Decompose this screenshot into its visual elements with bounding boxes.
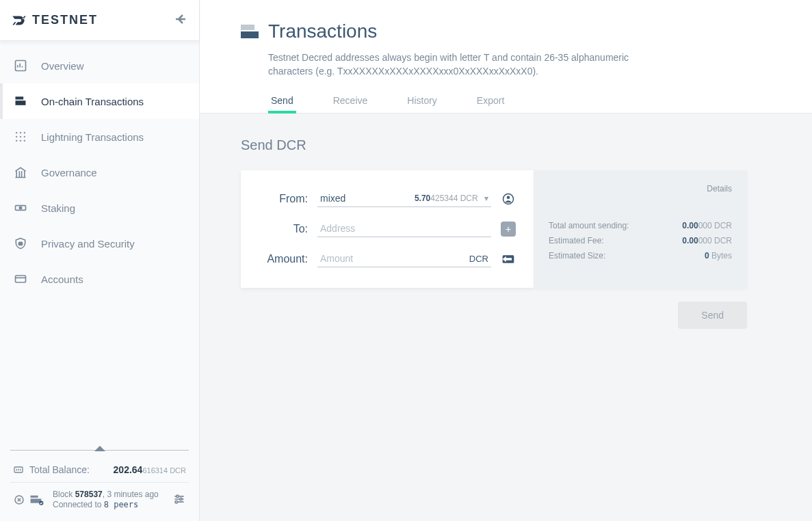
amount-row: Amount: DCR <box>259 244 516 274</box>
nav: Overview On-chain Transactions Lightning… <box>0 41 199 450</box>
tabs: Send Receive History Export <box>268 88 785 113</box>
logo: TESTNET <box>10 12 98 29</box>
sidebar-item-onchain-transactions[interactable]: On-chain Transactions <box>0 83 199 119</box>
user-circle-icon <box>502 193 514 205</box>
svg-point-5 <box>24 132 25 133</box>
tab-send[interactable]: Send <box>268 88 296 113</box>
svg-point-8 <box>24 136 25 137</box>
sidebar-item-label: Lightning Transactions <box>41 131 144 143</box>
from-account-select[interactable]: mixed 5.70425344 DCR ▾ <box>317 190 491 207</box>
sidebar-item-overview[interactable]: Overview <box>0 48 199 83</box>
overview-icon <box>12 57 29 74</box>
tab-history[interactable]: History <box>404 88 440 113</box>
amount-label: Amount: <box>259 253 308 265</box>
svg-point-3 <box>16 132 17 133</box>
svg-point-22 <box>180 498 182 500</box>
sidebar-item-privacy-security[interactable]: Privacy and Security <box>0 226 199 261</box>
send-all-button[interactable] <box>501 252 516 267</box>
sidebar-item-governance[interactable]: Governance <box>0 155 199 190</box>
send-button-row: Send <box>241 302 747 329</box>
send-content: Send DCR From: mixed 5.70425344 DCR ▾ <box>200 113 812 521</box>
status-row: Block 578537, 3 minutes ago Connected to… <box>10 483 189 511</box>
main-content: Transactions Testnet Decred addresses al… <box>200 0 812 521</box>
add-recipient-button[interactable]: + <box>501 222 516 237</box>
sidebar-item-label: On-chain Transactions <box>41 96 144 107</box>
sidebar-item-lightning-transactions[interactable]: Lightning Transactions <box>0 119 199 155</box>
tab-receive[interactable]: Receive <box>330 88 371 113</box>
shield-icon <box>12 235 29 252</box>
details-card: Details Total amount sending: 0.00000 DC… <box>534 170 747 288</box>
svg-rect-2 <box>16 101 26 105</box>
status-text: Block 578537, 3 minutes ago Connected to… <box>53 490 159 511</box>
svg-rect-1 <box>16 96 24 99</box>
to-label: To: <box>259 223 308 235</box>
balance-icon <box>13 464 24 475</box>
lightning-icon <box>12 129 29 145</box>
svg-point-23 <box>175 500 177 503</box>
sidebar-item-label: Staking <box>41 202 75 214</box>
sidebar: TESTNET Overview On-chain Transactions L… <box>0 0 200 521</box>
send-button[interactable]: Send <box>678 302 747 329</box>
governance-icon <box>12 164 29 181</box>
amount-input[interactable] <box>320 253 469 264</box>
svg-point-11 <box>24 140 25 142</box>
from-account-balance: 5.70425344 DCR ▾ <box>415 193 488 203</box>
sidebar-item-label: Privacy and Security <box>41 238 135 250</box>
svg-point-9 <box>16 140 17 142</box>
svg-point-10 <box>20 140 21 142</box>
decred-logo-icon <box>10 12 28 29</box>
status-icons <box>13 494 44 506</box>
svg-point-6 <box>16 136 17 137</box>
staking-icon <box>12 200 29 216</box>
from-account-name: mixed <box>320 193 345 204</box>
detail-size: Estimated Size: 0 Bytes <box>549 251 732 260</box>
sync-status-icon <box>29 494 44 506</box>
svg-point-4 <box>20 132 21 133</box>
svg-rect-14 <box>19 242 23 245</box>
wallet-icon <box>12 93 29 109</box>
svg-point-13 <box>19 206 23 210</box>
send-self-button[interactable] <box>501 191 516 206</box>
to-address-input[interactable] <box>317 220 491 237</box>
rescan-icon[interactable] <box>13 494 25 506</box>
chevron-down-icon: ▾ <box>484 193 488 203</box>
page-header: Transactions Testnet Decred addresses al… <box>200 0 812 113</box>
transactions-icon <box>241 25 259 38</box>
sidebar-item-label: Overview <box>41 60 84 72</box>
sidebar-item-staking[interactable]: Staking <box>0 190 199 226</box>
send-form: From: mixed 5.70425344 DCR ▾ To: <box>241 170 534 288</box>
sliders-icon <box>172 492 186 506</box>
sidebar-item-label: Accounts <box>41 273 83 285</box>
collapse-sidebar-button[interactable] <box>172 11 189 30</box>
total-balance-row: Total Balance: 202.64616314 DCR <box>10 457 189 483</box>
page-title: Transactions <box>268 21 377 42</box>
sidebar-item-accounts[interactable]: Accounts <box>0 261 199 297</box>
sidebar-header: TESTNET <box>0 0 199 41</box>
from-label: From: <box>259 193 308 205</box>
accounts-icon <box>12 271 29 287</box>
balance-value: 202.64616314 DCR <box>114 464 186 475</box>
from-row: From: mixed 5.70425344 DCR ▾ <box>259 184 516 214</box>
amount-currency: DCR <box>469 254 488 264</box>
details-title: Details <box>549 184 732 193</box>
section-title: Send DCR <box>241 137 771 153</box>
title-row: Transactions <box>241 21 785 42</box>
detail-total: Total amount sending: 0.00000 DCR <box>549 221 732 230</box>
svg-rect-18 <box>31 496 38 498</box>
to-row: To: + <box>259 214 516 244</box>
svg-point-7 <box>20 136 21 137</box>
detail-fee: Estimated Fee: 0.00000 DCR <box>549 236 732 245</box>
form-wrap: From: mixed 5.70425344 DCR ▾ To: <box>241 170 771 288</box>
page-description: Testnet Decred addresses always begin wi… <box>268 51 651 79</box>
sidebar-item-label: Governance <box>41 167 97 178</box>
expand-up-icon[interactable] <box>94 446 105 451</box>
svg-rect-15 <box>16 276 26 282</box>
arrow-left-icon <box>172 11 189 27</box>
svg-point-25 <box>507 196 510 199</box>
settings-button[interactable] <box>172 492 186 508</box>
balance-label: Total Balance: <box>29 464 90 475</box>
tab-export[interactable]: Export <box>474 88 507 113</box>
sidebar-footer: Total Balance: 202.64616314 DCR Block 57… <box>10 450 189 521</box>
brand-name: TESTNET <box>32 13 98 27</box>
send-all-icon <box>501 254 515 265</box>
